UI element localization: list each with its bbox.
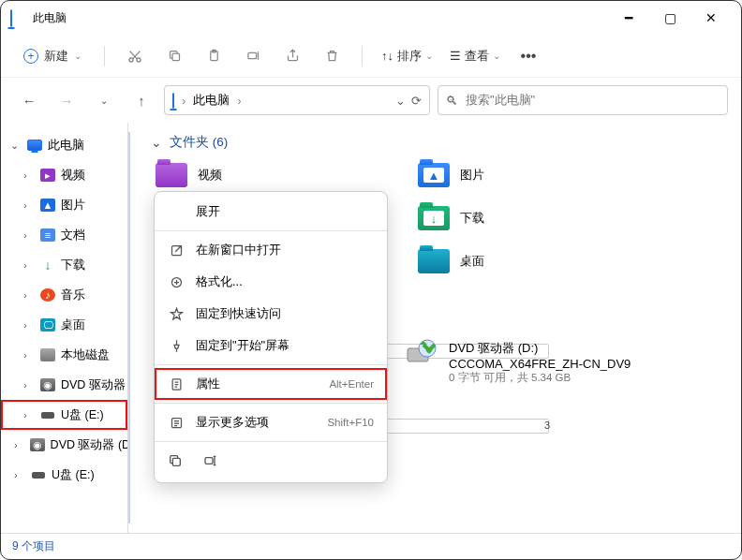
chevron-down-icon: ⌄ [74, 51, 82, 61]
usb-icon [41, 412, 54, 419]
cm-pin-start[interactable]: 固定到"开始"屏幕 [155, 330, 387, 361]
rename-icon[interactable] [203, 453, 218, 471]
cm-show-more-options[interactable]: 显示更多选项 Shift+F10 [155, 406, 387, 438]
sidebar: ⌄ 此电脑 ›▸视频 ›▲图片 ›≡文档 ›↓下载 ›♪音乐 ›🖵桌面 ›本地磁… [1, 123, 128, 533]
cm-open-new-window[interactable]: 在新窗口中打开 [155, 234, 387, 266]
sidebar-item-label: 下载 [61, 258, 85, 273]
cm-format[interactable]: 格式化... [155, 266, 387, 298]
refresh-button[interactable]: ⟳ [411, 94, 422, 108]
cm-label: 固定到快速访问 [196, 305, 374, 322]
close-button[interactable]: ✕ [690, 4, 732, 32]
chevron-right-icon: › [14, 439, 24, 450]
sort-button[interactable]: ↑↓ 排序 ⌄ [376, 48, 438, 65]
properties-icon [168, 376, 185, 392]
paste-button[interactable] [197, 42, 230, 70]
section-title: 文件夹 (6) [170, 134, 228, 151]
desktop-icon: 🖵 [40, 318, 55, 332]
more-button[interactable]: ••• [512, 42, 545, 70]
drive-name: DVD 驱动器 (D:) [449, 340, 631, 357]
cm-label: 展开 [196, 203, 374, 220]
separator [155, 441, 387, 442]
separator [155, 230, 387, 231]
chevron-down-icon[interactable]: ⌄ [395, 94, 406, 108]
folder-item-videos[interactable]: 视频 [155, 160, 417, 190]
up-button[interactable]: ↑ [126, 85, 156, 115]
search-icon: 🔍︎ [446, 94, 458, 108]
star-icon [168, 305, 185, 322]
svg-point-1 [137, 58, 141, 62]
sidebar-item-dvd-drive[interactable]: ›◉DVD 驱动器 [1, 370, 127, 400]
sort-label: 排序 [397, 48, 422, 65]
new-button[interactable]: + 新建 ⌄ [14, 44, 91, 68]
sidebar-item-usb-drive-e[interactable]: ›U盘 (E:) [1, 460, 127, 490]
folder-icon [156, 163, 187, 187]
separator [155, 364, 387, 365]
image-icon: ▲ [40, 199, 55, 212]
sidebar-item-label: U盘 (E:) [61, 407, 104, 423]
sidebar-item-label: 本地磁盘 [61, 347, 110, 363]
view-icon: ☰ [450, 49, 461, 63]
minimize-button[interactable]: ━ [608, 4, 649, 32]
svg-rect-14 [205, 457, 213, 464]
storage-bar-letter: 3 [544, 420, 550, 431]
delete-button[interactable] [315, 42, 349, 70]
svg-rect-5 [247, 52, 256, 58]
item-label: 桌面 [460, 253, 484, 270]
view-button[interactable]: ☰ 查看 ⌄ [444, 48, 506, 65]
address-bar[interactable]: › 此电脑 › ⌄ ⟳ [164, 85, 430, 115]
section-header-folders[interactable]: ⌄ 文件夹 (6) [151, 134, 728, 151]
disc-icon: ◉ [30, 438, 45, 451]
chevron-right-icon: › [23, 319, 35, 331]
folder-item-pictures[interactable]: ▲ 图片 [417, 160, 679, 190]
monitor-icon [172, 94, 174, 108]
sidebar-item-label: U盘 (E:) [52, 467, 95, 483]
sidebar-item-dvd-drive-d[interactable]: ›◉DVD 驱动器 (D:) [1, 430, 127, 460]
sidebar-item-music[interactable]: ›♪音乐 [1, 280, 127, 310]
sidebar-item-documents[interactable]: ›≡文档 [1, 220, 127, 250]
chevron-down-icon: ⌄ [10, 140, 22, 152]
forward-button[interactable]: → [52, 85, 82, 115]
separator [362, 46, 363, 66]
disc-icon: ◉ [40, 378, 55, 391]
sidebar-item-usb-drive[interactable]: ›U盘 (E:) [1, 400, 127, 430]
folder-item-downloads[interactable]: ↓ 下载 [417, 203, 679, 233]
maximize-button[interactable]: ▢ [649, 4, 690, 32]
sidebar-item-desktop[interactable]: ›🖵桌面 [1, 310, 127, 340]
sidebar-item-local-disk[interactable]: ›本地磁盘 [1, 340, 127, 370]
sidebar-item-pictures[interactable]: ›▲图片 [1, 190, 127, 220]
search-input[interactable]: 🔍︎ 搜索"此电脑" [438, 85, 728, 115]
back-button[interactable]: ← [14, 85, 44, 115]
sidebar-item-label: 此电脑 [48, 138, 84, 154]
copy-button[interactable] [157, 42, 191, 70]
chevron-down-icon[interactable]: ⌄ [89, 85, 119, 115]
chevron-right-icon: › [14, 469, 25, 480]
item-label: 视频 [198, 167, 222, 184]
cm-pin-quick-access[interactable]: 固定到快速访问 [155, 298, 387, 330]
cm-properties[interactable]: 属性 Alt+Enter [155, 368, 387, 400]
drive-item-dvd[interactable]: DVD 驱动器 (D:) CCCOMA_X64FRE_ZH-CN_DV9 0 字… [406, 340, 687, 385]
format-icon [168, 273, 185, 290]
copy-icon[interactable] [168, 453, 183, 471]
cm-label: 格式化... [196, 273, 374, 290]
drive-icon [40, 348, 55, 361]
sidebar-item-videos[interactable]: ›▸视频 [1, 160, 127, 190]
sidebar-item-label: DVD 驱动器 [61, 377, 126, 393]
share-button[interactable] [275, 42, 309, 70]
breadcrumb-this-pc[interactable]: 此电脑 [193, 92, 230, 109]
context-menu: 展开 在新窗口中打开 格式化... 固定到快速访问 固定到"开始"屏幕 属性 A… [154, 191, 388, 483]
separator [155, 403, 387, 404]
cm-expand[interactable]: 展开 [155, 196, 387, 228]
list-icon [168, 414, 185, 431]
sidebar-item-downloads[interactable]: ›↓下载 [1, 250, 127, 280]
rename-button[interactable] [236, 42, 270, 70]
chevron-right-icon: › [237, 94, 241, 108]
folder-item-desktop[interactable]: 桌面 [417, 246, 679, 276]
status-item-count: 9 个项目 [12, 538, 55, 554]
sidebar-this-pc[interactable]: ⌄ 此电脑 [1, 130, 127, 160]
chevron-right-icon: › [23, 409, 35, 420]
music-icon: ♪ [40, 288, 55, 302]
download-icon: ↓ [40, 258, 55, 272]
cut-button[interactable] [118, 42, 152, 70]
new-window-icon [168, 242, 185, 258]
drive-capacity: 0 字节 可用，共 5.34 GB [449, 371, 631, 385]
